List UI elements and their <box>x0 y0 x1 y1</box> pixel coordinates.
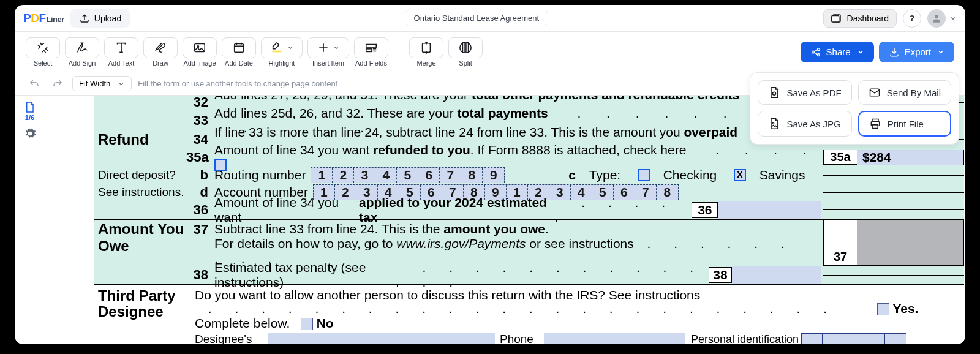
amount-35a[interactable]: $284 <box>858 150 964 165</box>
merge-icon <box>420 41 433 55</box>
zoom-select[interactable]: Fit Width <box>72 76 132 91</box>
sign-icon <box>75 41 89 55</box>
svg-rect-5 <box>235 43 244 52</box>
highlight-icon <box>270 41 284 55</box>
page-indicator[interactable]: 1/6 <box>24 100 36 121</box>
export-print-file[interactable]: Print File <box>858 111 951 137</box>
upload-label: Upload <box>94 13 121 23</box>
tool-add-fields[interactable]: Add Fields <box>354 37 388 67</box>
section-refund: Refund <box>94 131 186 148</box>
mail-icon <box>869 86 881 99</box>
upload-icon <box>79 13 90 24</box>
line-b: b <box>186 167 214 183</box>
split-icon <box>459 41 472 55</box>
routing-number-field[interactable]: 123456789 <box>311 167 505 183</box>
chevron-down-icon <box>937 48 944 56</box>
share-label: Share <box>826 47 851 57</box>
redo-icon <box>52 78 63 89</box>
svg-rect-8 <box>366 48 372 51</box>
left-sidebar: 1/6 <box>15 96 45 344</box>
plus-icon <box>317 42 330 54</box>
tool-split[interactable]: Split <box>448 37 483 67</box>
tool-add-image[interactable]: Add Image <box>183 37 217 67</box>
line-32-num: 32 <box>186 96 214 110</box>
svg-point-13 <box>773 92 776 95</box>
user-menu[interactable] <box>927 9 957 28</box>
phone-field[interactable] <box>544 333 685 344</box>
tool-draw[interactable]: Draw <box>143 37 178 67</box>
line-36-num: 36 <box>186 202 214 218</box>
pdf-icon <box>768 86 780 99</box>
pin-field[interactable] <box>801 333 907 344</box>
line-33-num: 33 <box>186 113 214 129</box>
dashboard-button[interactable]: Dashboard <box>823 9 897 28</box>
chevron-down-icon <box>857 48 864 56</box>
tool-insert-item[interactable]: Insert Item <box>307 37 349 67</box>
date-icon <box>232 41 246 55</box>
chevron-down-icon <box>949 15 957 22</box>
toolbar: Select Add Sign Add Text Draw Add Image … <box>15 32 965 72</box>
svg-point-2 <box>935 15 938 18</box>
line-37-num: 37 <box>186 220 214 266</box>
export-label: Export <box>905 47 931 57</box>
gear-icon <box>24 127 36 140</box>
tool-add-sign[interactable]: Add Sign <box>65 37 99 67</box>
upload-button[interactable]: Upload <box>70 9 130 28</box>
tool-add-text[interactable]: Add Text <box>104 37 138 67</box>
line-d: d <box>186 184 214 200</box>
svg-point-15 <box>773 122 775 124</box>
logo: PDFLiner <box>23 12 64 25</box>
hint-text: Fill the form or use another tools to ch… <box>138 79 337 88</box>
settings-button[interactable] <box>24 127 36 140</box>
document-title[interactable]: Ontario Standard Lease Agreement <box>405 10 549 26</box>
designee-name-field[interactable] <box>268 333 495 344</box>
undo-button[interactable] <box>26 76 43 92</box>
line38-amount-field[interactable] <box>732 266 821 284</box>
avatar <box>927 9 946 28</box>
line36-amount-field[interactable] <box>718 201 821 219</box>
jpg-icon <box>768 118 780 130</box>
redo-button[interactable] <box>49 76 66 92</box>
share-button[interactable]: Share <box>801 42 874 62</box>
image-icon <box>193 41 206 55</box>
chevron-down-icon <box>118 80 125 88</box>
print-icon <box>869 118 881 130</box>
help-button[interactable]: ? <box>903 9 921 28</box>
tool-merge[interactable]: Merge <box>409 37 443 67</box>
undo-icon <box>29 78 40 89</box>
svg-rect-6 <box>273 50 282 52</box>
section-amount-owe: Amount You Owe <box>94 220 186 266</box>
select-icon <box>36 41 50 55</box>
svg-rect-1 <box>831 15 839 22</box>
zoom-value: Fit Width <box>79 79 110 88</box>
tool-highlight[interactable]: Highlight <box>261 37 303 67</box>
chevron-down-icon <box>287 45 293 51</box>
export-menu: Save As PDF Send By Mail Save As JPG Pri… <box>750 72 959 145</box>
export-button[interactable]: Export <box>879 42 954 62</box>
tool-add-date[interactable]: Add Date <box>222 37 256 67</box>
fields-icon <box>364 41 378 55</box>
amount-label-35a: 35a <box>823 150 858 165</box>
line-34-num: 34 <box>186 132 214 148</box>
tool-select[interactable]: Select <box>26 37 60 67</box>
dashboard-label: Dashboard <box>847 13 889 23</box>
section-third-party: Third Party Designee <box>94 288 186 320</box>
export-save-pdf[interactable]: Save As PDF <box>758 80 851 105</box>
user-icon <box>931 13 942 24</box>
yes-checkbox[interactable] <box>877 303 889 315</box>
draw-icon <box>154 41 167 55</box>
checking-checkbox[interactable] <box>638 169 650 181</box>
line-38-num: 38 <box>186 267 214 283</box>
svg-rect-7 <box>366 44 377 47</box>
top-bar: PDFLiner Upload Ontario Standard Lease A… <box>15 5 965 32</box>
no-checkbox[interactable] <box>301 318 313 330</box>
svg-rect-18 <box>872 125 877 129</box>
dashboard-icon <box>831 13 842 24</box>
share-icon <box>810 47 821 58</box>
export-send-mail[interactable]: Send By Mail <box>858 80 951 105</box>
download-icon <box>889 47 900 58</box>
savings-checkbox[interactable]: X <box>734 169 746 181</box>
export-save-jpg[interactable]: Save As JPG <box>758 111 851 137</box>
line-35a-num: 35a <box>186 149 214 165</box>
page-icon <box>24 100 36 114</box>
